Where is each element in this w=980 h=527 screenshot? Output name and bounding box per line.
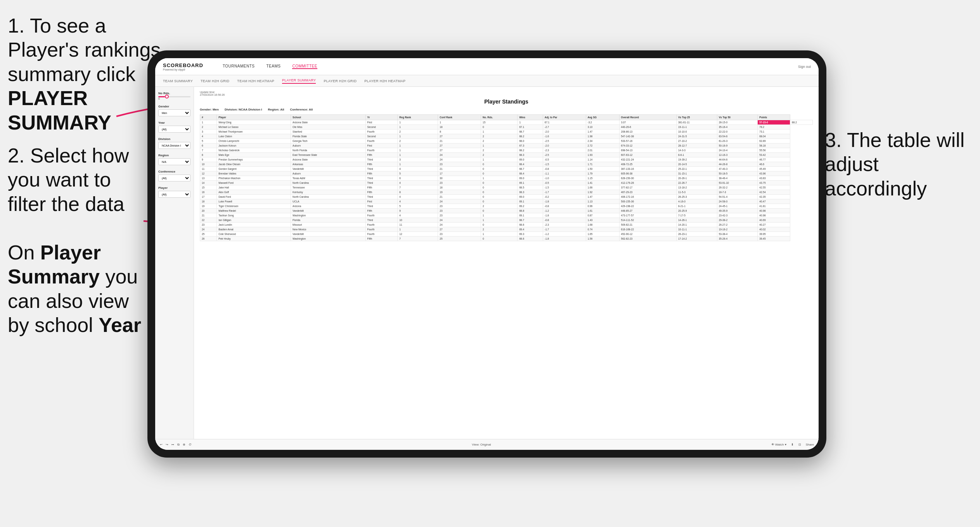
table-cell: Nicholas Gabrelcik: [217, 148, 291, 153]
download-icon[interactable]: ⬇: [791, 443, 794, 446]
no-rds-label: No Rds.: [158, 92, 190, 95]
table-row[interactable]: 18Luke PowellUCLAFirst424069.1-1.81.1350…: [200, 199, 813, 204]
year-label: Year: [158, 121, 190, 124]
table-row[interactable]: 6Jackson KoivunAuburnFirst127167.3-2.02.…: [200, 143, 813, 148]
table-cell: 1.47: [586, 195, 619, 199]
subnav-team-h2h-heatmap[interactable]: TEAM H2H HEATMAP: [237, 79, 274, 83]
nav-teams[interactable]: TEAMS: [266, 64, 280, 69]
table-row[interactable]: 3Michael ThorbjornsenStanfordFourth28168…: [200, 130, 813, 134]
table-row[interactable]: 9Preston SummerhaysArizona StateThird324…: [200, 157, 813, 162]
player-select[interactable]: (All): [158, 191, 190, 198]
table-row[interactable]: 19Tiger ChristensenArizonaThird523269.2-…: [200, 204, 813, 209]
table-cell: Third: [365, 181, 398, 185]
table-cell: 2: [398, 139, 438, 143]
subnav-player-summary[interactable]: PLAYER SUMMARY: [282, 78, 316, 84]
table-cell: 674-33-12: [619, 143, 676, 148]
table-row[interactable]: 24Bastien AmatNew MexicoFourth127269.4-1…: [200, 227, 813, 232]
subnav-team-h2h-grid[interactable]: TEAM H2H GRID: [201, 79, 229, 83]
paste-icon[interactable]: ⊕: [183, 443, 185, 446]
table-row[interactable]: 23Jack LundinMissouriFourth1124068.6-2.3…: [200, 223, 813, 227]
table-row[interactable]: 21Tashiun SongWashingtonFourth423169.1-1…: [200, 213, 813, 218]
table-cell: 5: [200, 139, 217, 143]
table-cell: 13: [200, 176, 217, 181]
table-row[interactable]: 22Ian GilliganFloridaThird1024168.7-0.81…: [200, 218, 813, 223]
year-select[interactable]: (All): [158, 126, 190, 133]
table-cell: 42.35: [758, 195, 790, 199]
division-select[interactable]: NCAA Division I: [158, 142, 190, 149]
col-player: Player: [217, 115, 291, 120]
table-cell: 2: [481, 204, 518, 209]
subnav-player-h2h-heatmap[interactable]: PLAYER H2H HEATMAP: [364, 79, 405, 83]
subnav-player-h2h-grid[interactable]: PLAYER H2H GRID: [324, 79, 357, 83]
table-cell: 22: [200, 218, 217, 223]
view-original[interactable]: View: Original: [472, 443, 491, 446]
table-row[interactable]: 1Wenyi DingArizona StateFirst1115167.1-3…: [200, 120, 813, 125]
player-standings-table: # Player School Yr Reg Rank Conf Rank No…: [200, 114, 813, 241]
table-cell: 26: [200, 237, 217, 241]
table-cell: Preston Summerhays: [217, 157, 291, 162]
undo-icon[interactable]: ↩: [160, 443, 163, 446]
sign-out[interactable]: Sign out: [798, 65, 811, 69]
table-cell: 1.79: [586, 171, 619, 176]
share-icon[interactable]: ⊡: [798, 443, 801, 446]
watch-button[interactable]: 👁 Watch ▾: [771, 443, 786, 446]
table-row[interactable]: 16Alex GoffKentuckyFifth819068.3-1.71.92…: [200, 190, 813, 195]
table-cell: 68.7: [518, 167, 543, 171]
table-row[interactable]: 5Christo LamprechtGeorgia TechFourth2212…: [200, 139, 813, 143]
table-row[interactable]: 10Jacob Olew OlesenArkansasFifth123068.4…: [200, 162, 813, 167]
table-row[interactable]: 20Matthew RiedelVanderbiltFifth923068.8-…: [200, 209, 813, 213]
table-cell: 21: [438, 139, 481, 143]
col-points: Points: [758, 115, 790, 120]
table-row[interactable]: 13Phichaksn MaichonTexas A&MThird630169.…: [200, 176, 813, 181]
conference-select[interactable]: (All): [158, 175, 190, 181]
table-row[interactable]: 15Jake HallTennesseeFifth718068.5-1.51.6…: [200, 185, 813, 190]
table-cell: 68.0: [518, 139, 543, 143]
share-button[interactable]: Share: [806, 443, 814, 446]
table-cell: -2.5: [543, 153, 586, 157]
table-cell: 4: [200, 134, 217, 139]
table-row[interactable]: 17David FordNorth CarolinaThird421069.0-…: [200, 195, 813, 199]
copy-icon[interactable]: ⧉: [177, 443, 180, 447]
table-row[interactable]: 12Brendan ValdesAuburnFifth517068.4-1.11…: [200, 171, 813, 176]
gender-select[interactable]: Men: [158, 109, 190, 116]
subnav-team-summary[interactable]: TEAM SUMMARY: [163, 79, 193, 83]
table-cell: 0: [481, 209, 518, 213]
table-cell: 38-46-4: [717, 176, 758, 181]
table-row[interactable]: 8Mats EgeEast Tennessee StateFifth124268…: [200, 153, 813, 157]
table-cell: 0: [481, 199, 518, 204]
table-cell: 2: [481, 153, 518, 157]
table-row[interactable]: 11Gordon SargentVanderbiltThird421068.7-…: [200, 167, 813, 171]
nav-committee[interactable]: COMMITTEE: [292, 64, 317, 69]
table-cell: 11: [398, 223, 438, 227]
table-row[interactable]: 7Nicholas GabrelcikNorth FloridaFourth12…: [200, 148, 813, 153]
table-cell: 1.56: [586, 237, 619, 241]
table-cell: Vanderbilt: [291, 209, 365, 213]
table-cell: Second: [365, 125, 398, 130]
table-cell: 43.96: [758, 171, 790, 176]
table-cell: Tennessee: [291, 185, 365, 190]
table-cell: 27: [438, 134, 481, 139]
table-row[interactable]: 4Luke ClatonFlorida StateSecond127268.2-…: [200, 134, 813, 139]
nav-tournaments[interactable]: TOURNAMENTS: [223, 64, 255, 69]
table-cell: 2.34: [586, 139, 619, 143]
table-cell: -1.7: [543, 190, 586, 195]
table-cell: 67.3: [518, 143, 543, 148]
region-select[interactable]: N/A: [158, 158, 190, 165]
table-cell: 432-221-24: [619, 157, 676, 162]
annotation-step4: 3. The table will adjust accordingly: [825, 128, 972, 200]
table-cell: 57-23-0: [758, 120, 790, 125]
redo-icon[interactable]: ↪: [166, 443, 168, 446]
table-cell: 1: [398, 125, 438, 130]
forward-icon[interactable]: ↦: [171, 443, 174, 446]
table-cell: 31-15-1: [676, 171, 717, 176]
table-row[interactable]: 2Michael Le SassoOle MissSecond118067.1-…: [200, 125, 813, 130]
table-cell: 1.93: [586, 153, 619, 157]
table-row[interactable]: 26Petr HrubyWashingtonFifth725068.6-1.81…: [200, 237, 813, 241]
clock-icon[interactable]: ⏱: [189, 443, 192, 446]
table-cell: 46.6: [758, 162, 790, 167]
table-row[interactable]: 14Maxwell FordNorth CarolinaThird423069.…: [200, 181, 813, 185]
table-cell: -0.8: [543, 218, 586, 223]
table-row[interactable]: 25Cole SherwoodVanderbiltFourth1223169.3…: [200, 232, 813, 237]
table-cell: -2.0: [543, 130, 586, 134]
no-rds-slider[interactable]: [158, 96, 190, 97]
